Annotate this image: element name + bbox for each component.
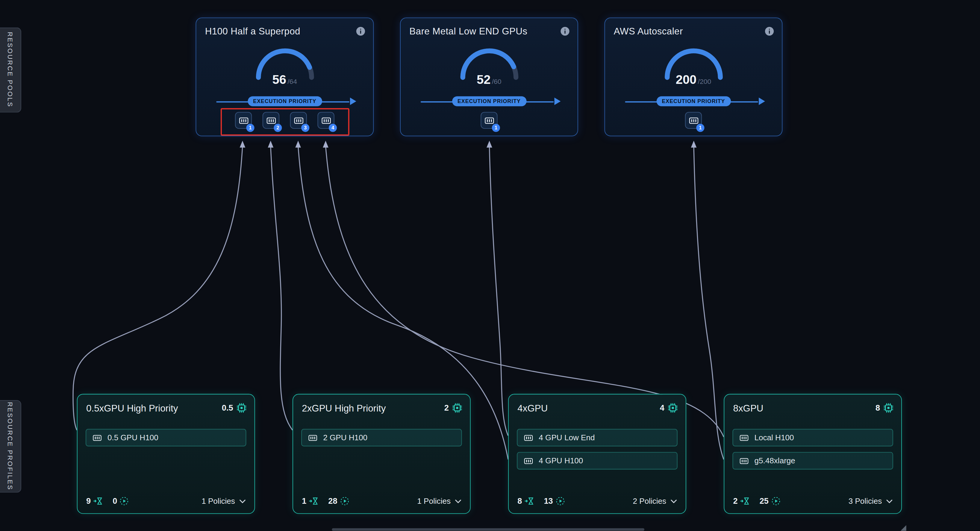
gpu-icon	[266, 115, 276, 125]
running-icon	[771, 496, 780, 505]
pending-icon	[525, 496, 535, 505]
gpu-node-tile[interactable]: 1	[685, 112, 702, 129]
sidebar-tab-label: RESOURCE POOLS	[6, 32, 14, 108]
gpu-node-tile[interactable]: 4	[317, 112, 334, 129]
gpu-node-tile[interactable]: 3	[290, 112, 307, 129]
node-tile-row: 1 2 3 4	[196, 112, 373, 129]
profile-title: 4xGPU	[517, 402, 548, 413]
capacity-value: 56/64	[196, 72, 373, 87]
running-workloads: 25	[760, 496, 781, 505]
execution-priority-arrow-icon	[350, 97, 356, 105]
node-tile-row: 1	[401, 112, 578, 129]
profile-title: 2xGPU High Priority	[302, 402, 386, 413]
chevron-down-icon	[671, 499, 677, 503]
resource-profile-card-2xgpu[interactable]: 2xGPU High Priority 2 2 GPU H100 1 28 1 …	[293, 394, 471, 514]
running-workloads: 0	[113, 496, 129, 505]
profile-title: 0.5xGPU High Priority	[86, 402, 178, 413]
info-icon[interactable]	[764, 26, 774, 36]
resource-profile-card-4xgpu[interactable]: 4xGPU 4 4 GPU Low End 4 GPU H100 8 13	[508, 394, 686, 514]
pending-workloads: 8	[517, 496, 535, 505]
running-workloads: 13	[544, 496, 565, 505]
info-icon[interactable]	[560, 26, 570, 36]
running-icon	[555, 496, 565, 505]
profile-item[interactable]: g5.48xlarge	[732, 452, 893, 469]
profile-item[interactable]: 2 GPU H100	[301, 429, 462, 446]
gpu-node-tile[interactable]: 1	[480, 112, 497, 129]
node-order-badge: 1	[696, 124, 704, 132]
profile-item-label: g5.48xlarge	[754, 456, 795, 465]
chevron-down-icon	[239, 499, 245, 503]
node-order-badge: 1	[492, 124, 500, 132]
profile-item[interactable]: Local H100	[732, 429, 893, 446]
gpu-icon	[688, 115, 698, 125]
sidebar-tab-resource-profiles[interactable]: RESOURCE PROFILES	[0, 400, 21, 493]
connector-path	[489, 146, 508, 435]
chevron-down-icon	[886, 499, 892, 503]
pending-icon	[94, 496, 104, 505]
resize-handle[interactable]	[900, 525, 906, 531]
gpu-node-tile[interactable]: 1	[235, 112, 252, 129]
running-workloads: 28	[328, 496, 349, 505]
gpu-icon	[293, 115, 303, 125]
policies-dropdown[interactable]: 1 Policies	[202, 497, 245, 505]
profile-item-label: 2 GPU H100	[323, 434, 368, 442]
capacity-value: 200/200	[605, 72, 782, 87]
policies-dropdown[interactable]: 1 Policies	[417, 497, 461, 505]
execution-priority-badge: EXECUTION PRIORITY	[248, 96, 322, 106]
pool-title: AWS Autoscaler	[614, 26, 683, 36]
profile-item[interactable]: 4 GPU H100	[517, 452, 677, 469]
resource-pool-card-h100[interactable]: H100 Half a Superpod 56/64 EXECUTION PRI…	[196, 18, 374, 136]
gpu-count: 0.5	[222, 402, 247, 413]
execution-priority-badge: EXECUTION PRIORITY	[452, 96, 527, 106]
resource-pool-card-aws[interactable]: AWS Autoscaler 200/200 EXECUTION PRIORIT…	[605, 18, 783, 136]
profile-item-label: 0.5 GPU H100	[108, 434, 158, 442]
horizontal-scrollbar[interactable]	[332, 528, 644, 531]
pending-icon	[309, 496, 320, 505]
resource-profile-card-8xgpu[interactable]: 8xGPU 8 Local H100 g5.48xlarge 2 25	[724, 394, 902, 514]
capacity-value: 52/60	[401, 72, 578, 87]
gpu-icon	[238, 115, 248, 125]
gpu-count: 8	[875, 402, 894, 413]
profile-items: 0.5 GPU H100	[86, 429, 246, 446]
connector-path	[694, 146, 724, 459]
connector-path	[73, 146, 243, 430]
chip-icon	[667, 402, 678, 413]
policies-dropdown[interactable]: 2 Policies	[633, 497, 677, 505]
scheduling-canvas: RESOURCE POOLS RESOURCE PROFILES H100 Ha…	[0, 0, 980, 531]
resource-pool-card-bare-metal[interactable]: Bare Metal Low END GPUs 52/60 EXECUTION …	[400, 18, 578, 136]
profile-items: 2 GPU H100	[301, 429, 462, 446]
node-order-badge: 4	[329, 124, 337, 132]
profile-item-label: Local H100	[754, 434, 794, 442]
gpu-icon	[484, 115, 494, 125]
gpu-icon	[308, 433, 317, 442]
connector-path	[326, 146, 724, 437]
policies-dropdown[interactable]: 3 Policies	[848, 497, 892, 505]
node-tile-row: 1	[605, 112, 782, 129]
profile-item-label: 4 GPU H100	[539, 456, 583, 465]
chevron-down-icon	[455, 499, 461, 503]
node-order-badge: 3	[301, 124, 309, 132]
sidebar-tab-label: RESOURCE PROFILES	[6, 402, 14, 491]
info-icon[interactable]	[356, 26, 366, 36]
profile-item-label: 4 GPU Low End	[539, 434, 595, 442]
profile-items: 4 GPU Low End 4 GPU H100	[517, 429, 677, 470]
gpu-icon	[92, 433, 102, 442]
gpu-icon	[739, 433, 749, 442]
pending-workloads: 1	[302, 496, 320, 505]
gpu-node-tile[interactable]: 2	[262, 112, 279, 129]
chip-icon	[883, 402, 894, 413]
profile-item[interactable]: 4 GPU Low End	[517, 429, 677, 446]
pool-title: H100 Half a Superpod	[205, 26, 300, 36]
sidebar-tab-resource-pools[interactable]: RESOURCE POOLS	[0, 27, 21, 113]
gpu-icon	[739, 456, 749, 466]
connector-arrowheads	[240, 141, 697, 148]
profile-title: 8xGPU	[733, 402, 764, 413]
execution-priority-arrow-icon	[555, 97, 561, 105]
gpu-icon	[524, 433, 533, 442]
pool-title: Bare Metal Low END GPUs	[409, 26, 527, 36]
chip-icon	[452, 402, 462, 413]
resource-profile-card-05xgpu[interactable]: 0.5xGPU High Priority 0.5 0.5 GPU H100 9…	[77, 394, 255, 514]
profile-item[interactable]: 0.5 GPU H100	[86, 429, 246, 446]
execution-priority-badge: EXECUTION PRIORITY	[656, 96, 731, 106]
chip-icon	[236, 402, 247, 413]
